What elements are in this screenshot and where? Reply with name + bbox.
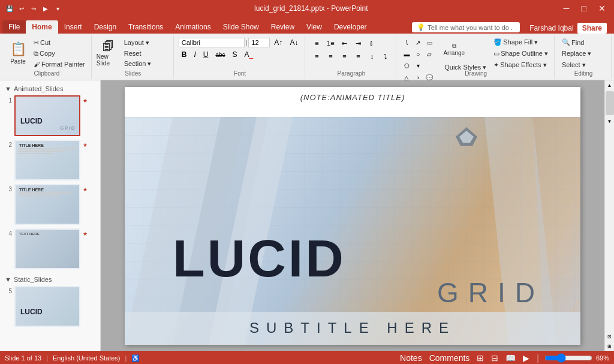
section-static-slides[interactable]: ▼ Static_Slides bbox=[2, 273, 98, 284]
undo-icon[interactable]: ↩ bbox=[17, 4, 26, 13]
tab-view[interactable]: View bbox=[300, 20, 328, 34]
bullets-button[interactable]: ≡ bbox=[310, 37, 323, 49]
increase-indent-button[interactable]: ⇥ bbox=[351, 37, 365, 49]
slide-thumb-4[interactable]: 4 TEXT HERE ★ bbox=[2, 227, 98, 271]
tab-developer[interactable]: Developer bbox=[328, 20, 373, 34]
save-icon[interactable]: 💾 bbox=[5, 4, 14, 13]
reading-view-button[interactable]: 📖 bbox=[504, 353, 517, 363]
underline-button[interactable]: U bbox=[200, 49, 212, 60]
normal-view-button[interactable]: ⊞ bbox=[475, 353, 486, 363]
scroll-down-button[interactable]: ▼ bbox=[605, 116, 615, 126]
align-right-button[interactable]: ≡ bbox=[338, 50, 351, 62]
find-button[interactable]: 🔍 Find bbox=[559, 37, 607, 47]
present-icon[interactable]: ▶ bbox=[41, 4, 50, 13]
effects-icon: ✦ bbox=[493, 61, 499, 69]
copy-icon: ⧉ bbox=[34, 50, 38, 58]
tab-home[interactable]: Home bbox=[26, 20, 58, 34]
font-color-button[interactable]: A_ bbox=[242, 49, 257, 60]
numbering-button[interactable]: 1≡ bbox=[324, 37, 337, 49]
slide-thumb-1[interactable]: 1 LUCID GRID ★ bbox=[2, 94, 98, 138]
tab-review[interactable]: Review bbox=[265, 20, 300, 34]
redo-icon[interactable]: ↪ bbox=[29, 4, 38, 13]
italic-button[interactable]: I bbox=[191, 49, 198, 60]
ribbon-tabs: File Home Insert Design Transitions Anim… bbox=[2, 20, 412, 34]
paste-button[interactable]: 📋 Paste bbox=[6, 38, 30, 69]
lightbulb-icon: 💡 bbox=[417, 23, 425, 31]
slide-sorter-button[interactable]: ⊟ bbox=[489, 353, 500, 363]
strikethrough-button[interactable]: abc bbox=[212, 50, 228, 59]
zoom-level[interactable]: 69% bbox=[596, 354, 609, 362]
select-button[interactable]: Select ▾ bbox=[559, 60, 607, 70]
columns-button[interactable]: ⫿ bbox=[365, 37, 378, 49]
status-left: Slide 1 of 13 | English (United States) … bbox=[5, 354, 140, 362]
increase-font-button[interactable]: A↑ bbox=[271, 37, 285, 48]
shape-parallelogram[interactable]: ▱ bbox=[424, 49, 435, 59]
tab-transitions[interactable]: Transitions bbox=[122, 20, 169, 34]
status-bar: Slide 1 of 13 | English (United States) … bbox=[0, 351, 614, 364]
tab-slideshow[interactable]: Slide Show bbox=[217, 20, 265, 34]
qat-more-icon[interactable]: ▾ bbox=[53, 4, 62, 13]
font-name-input[interactable] bbox=[179, 38, 245, 47]
line-spacing-button[interactable]: ↕ bbox=[365, 50, 378, 62]
decrease-font-button[interactable]: A↓ bbox=[287, 37, 301, 48]
tab-design[interactable]: Design bbox=[88, 20, 122, 34]
tab-insert[interactable]: Insert bbox=[58, 20, 88, 34]
share-button[interactable]: Share bbox=[577, 23, 607, 34]
cut-icon: ✂ bbox=[34, 39, 39, 47]
fit-button[interactable]: ⊡ bbox=[605, 332, 615, 341]
slide-image-5: LUCID bbox=[14, 286, 80, 327]
comments-button[interactable]: Comments bbox=[428, 353, 472, 363]
slide-image-1: LUCID GRID bbox=[14, 95, 80, 136]
scroll-thumb[interactable] bbox=[606, 91, 614, 115]
zoom-slider[interactable] bbox=[544, 353, 592, 363]
text-direction-button[interactable]: ⤵ bbox=[379, 50, 392, 62]
shape-oval[interactable]: ○ bbox=[413, 49, 423, 59]
accessibility-icon[interactable]: ♿ bbox=[131, 354, 140, 362]
shape-more[interactable]: ▾ bbox=[413, 60, 423, 71]
thumb5-lucid-text: LUCID bbox=[20, 308, 43, 316]
vertical-scrollbar[interactable]: ▲ ▼ ⊡ ⊞ bbox=[604, 80, 614, 351]
shape-rect[interactable]: ▭ bbox=[424, 37, 435, 48]
copy-button[interactable]: ⧉ Copy bbox=[31, 49, 88, 59]
slide-panel: ▼ Animated_Slides 1 LUCID GRID ★ 2 TITLE… bbox=[0, 80, 101, 351]
tab-file[interactable]: File bbox=[2, 20, 26, 34]
replace-button[interactable]: Replace ▾ bbox=[559, 49, 607, 59]
cut-button[interactable]: ✂ Cut bbox=[31, 38, 88, 48]
shadow-button[interactable]: S bbox=[230, 49, 240, 60]
new-slide-label: New Slide bbox=[97, 53, 121, 67]
slide-thumb-3[interactable]: 3 TITLE HERE ★ bbox=[2, 182, 98, 227]
justify-button[interactable]: ≡ bbox=[351, 50, 365, 62]
reset-button[interactable]: Reset bbox=[122, 49, 170, 58]
shape-arrow[interactable]: ↗ bbox=[413, 37, 423, 48]
section-animated-slides[interactable]: ▼ Animated_Slides bbox=[2, 83, 98, 94]
shape-fill-button[interactable]: 🪣 Shape Fill ▾ bbox=[491, 37, 550, 47]
align-center-button[interactable]: ≡ bbox=[324, 50, 337, 62]
align-left-button[interactable]: ≡ bbox=[310, 50, 323, 62]
minimize-button[interactable]: ─ bbox=[560, 2, 573, 14]
tell-me-input[interactable]: 💡 Tell me what you want to do . bbox=[412, 22, 520, 32]
shape-effects-button[interactable]: ✦ Shape Effects ▾ bbox=[491, 60, 550, 70]
new-slide-button[interactable]: 🗐 New Slide bbox=[97, 38, 121, 69]
slide-canvas-area[interactable]: (NOTE:ANIMATED TITLE) bbox=[101, 80, 604, 351]
shape-pentagon[interactable]: ⬠ bbox=[401, 60, 412, 71]
close-button[interactable]: ✕ bbox=[595, 2, 609, 14]
decrease-indent-button[interactable]: ⇤ bbox=[338, 37, 351, 49]
bold-button[interactable]: B bbox=[179, 49, 190, 60]
slide-thumb-2[interactable]: 2 TITLE HERE ★ bbox=[2, 138, 98, 182]
notes-button[interactable]: Notes bbox=[398, 353, 424, 363]
drawing-label: Drawing bbox=[465, 70, 487, 77]
maximize-button[interactable]: □ bbox=[578, 2, 590, 14]
layout-button[interactable]: Layout ▾ bbox=[122, 38, 170, 48]
shape-line[interactable]: \ bbox=[401, 37, 412, 48]
section-button[interactable]: Section ▾ bbox=[122, 59, 170, 69]
tab-animations[interactable]: Animations bbox=[169, 20, 216, 34]
shape-outline-button[interactable]: ▭ Shape Outline ▾ bbox=[491, 49, 550, 59]
font-size-input[interactable] bbox=[248, 38, 270, 47]
format-painter-button[interactable]: 🖌 Format Painter bbox=[31, 59, 88, 69]
slide-thumb-5[interactable]: 5 LUCID ★ bbox=[2, 284, 98, 329]
shape-rounded-rect[interactable]: ▬ bbox=[401, 49, 412, 59]
slideshow-button[interactable]: ▶ bbox=[521, 353, 531, 363]
arrange-button[interactable]: ⧉ Arrange bbox=[442, 37, 466, 61]
scroll-up-button[interactable]: ▲ bbox=[605, 80, 615, 90]
fit-page-button[interactable]: ⊞ bbox=[605, 341, 615, 351]
